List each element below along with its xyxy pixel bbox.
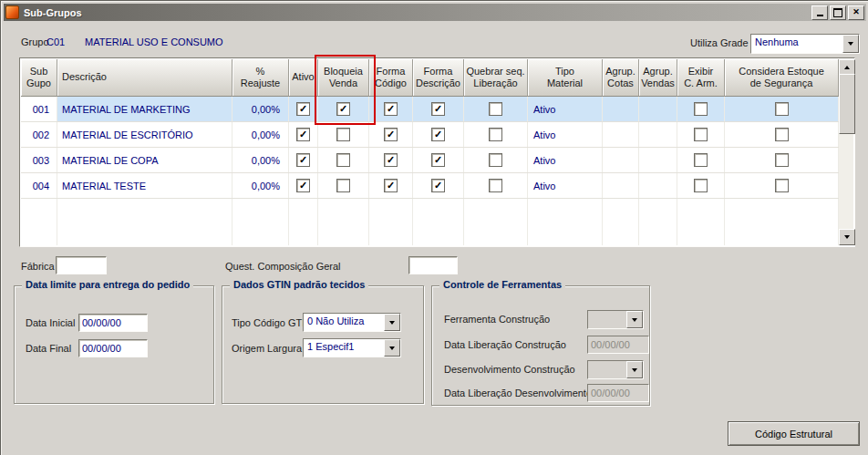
forma-descricao-checkbox[interactable]: ✓ <box>431 128 445 141</box>
cell-agrup-vendas <box>639 173 677 198</box>
data-final-label: Data Final <box>26 343 71 354</box>
origem-largura-select[interactable]: 1 Especif1 <box>303 338 401 357</box>
column-header-sub-grupo[interactable]: Sub Gupo <box>21 59 57 97</box>
cell-forma-codigo: ✓ <box>369 148 413 172</box>
window-controls: ✕ <box>811 5 864 20</box>
cell-forma-codigo: ✓ <box>369 97 413 121</box>
subgrupos-table: Sub Gupo Descrição % Reajuste Ativo Bloq… <box>19 57 855 247</box>
column-header-quebrar-seq[interactable]: Quebrar seq. Liberação <box>464 59 528 97</box>
forma-descricao-checkbox[interactable]: ✓ <box>431 102 445 116</box>
ferramenta-construcao-dropdown-button[interactable] <box>626 311 643 328</box>
codigo-estrutural-label: Código Estrutural <box>755 429 832 439</box>
chevron-down-icon <box>389 346 395 350</box>
forma-codigo-checkbox[interactable]: ✓ <box>384 179 398 192</box>
forma-codigo-checkbox[interactable]: ✓ <box>384 128 398 141</box>
tipo-codigo-gtin-select[interactable]: 0 Não Utiliza <box>303 313 401 332</box>
column-header-tipo-material[interactable]: Tipo Material <box>528 59 603 97</box>
data-final-input[interactable] <box>78 339 148 357</box>
app-icon <box>5 5 19 19</box>
scroll-down-button[interactable] <box>839 229 855 245</box>
forma-codigo-checkbox[interactable]: ✓ <box>384 102 398 116</box>
exibir-c-arm-checkbox[interactable] <box>694 179 708 192</box>
codigo-estrutural-button[interactable]: Código Estrutural <box>728 421 860 446</box>
column-header-exibir-c-arm[interactable]: Exibir C. Arm. <box>677 59 725 97</box>
cell-reajuste: 0,00% <box>232 122 289 147</box>
data-inicial-input[interactable] <box>78 314 148 332</box>
forma-descricao-checkbox[interactable]: ✓ <box>431 179 445 192</box>
quebrar-seq-checkbox[interactable] <box>489 153 502 167</box>
tipo-codigo-gtin-dropdown-button[interactable] <box>384 314 400 331</box>
forma-descricao-checkbox[interactable]: ✓ <box>431 153 445 167</box>
data-limite-groupbox: Data limite para entrega do pedido Data … <box>14 285 214 404</box>
considera-estoque-checkbox[interactable] <box>775 179 789 192</box>
desenvolvimento-construcao-select[interactable] <box>587 360 644 379</box>
cell-considera-estoque <box>725 97 839 121</box>
desenvolvimento-construcao-value <box>588 361 626 378</box>
cell-bloqueia-venda <box>318 148 369 172</box>
considera-estoque-checkbox[interactable] <box>775 102 789 116</box>
quebrar-seq-checkbox[interactable] <box>489 102 502 116</box>
table-row[interactable]: 003 MATERIAL DE COPA 0,00% ✓ ✓ ✓ Ativo <box>21 148 839 173</box>
column-header-descricao[interactable]: Descrição <box>57 59 232 97</box>
chevron-up-icon <box>844 66 850 69</box>
checkmark-icon: ✓ <box>434 181 442 191</box>
cell-ativo: ✓ <box>289 148 318 172</box>
utiliza-grade-select[interactable]: Nenhuma <box>750 34 860 54</box>
minimize-button[interactable] <box>811 5 828 20</box>
scrollbar-thumb[interactable] <box>839 74 855 134</box>
desenvolvimento-construcao-dropdown-button[interactable] <box>626 361 643 378</box>
quest-composicao-input[interactable] <box>408 256 458 274</box>
fabrica-input[interactable] <box>56 256 107 274</box>
forma-codigo-checkbox[interactable]: ✓ <box>384 153 398 167</box>
cell-ativo: ✓ <box>289 97 318 121</box>
table-row[interactable]: 002 MATERIAL DE ESCRITÓRIO 0,00% ✓ ✓ ✓ A… <box>21 122 839 148</box>
considera-estoque-checkbox[interactable] <box>775 128 789 141</box>
bloqueia-venda-checkbox[interactable] <box>336 179 350 192</box>
table-row[interactable]: 001 MATERIAL DE MARKETING 0,00% ✓ ✓ ✓ ✓ … <box>21 97 839 122</box>
column-header-considera-estoque[interactable]: Considera Estoque de Segurança <box>725 59 839 97</box>
cell-exibir-c-arm <box>677 173 725 198</box>
table-row[interactable]: 004 MATERIAL TESTE 0,00% ✓ ✓ ✓ Ativo <box>21 173 839 199</box>
column-header-bloqueia-venda[interactable]: Bloqueia Venda <box>318 59 369 97</box>
close-button[interactable]: ✕ <box>848 5 864 20</box>
ferramenta-construcao-select[interactable] <box>587 310 644 329</box>
bloqueia-venda-checkbox[interactable]: ✓ <box>336 102 350 116</box>
ativo-checkbox[interactable]: ✓ <box>296 179 310 192</box>
exibir-c-arm-checkbox[interactable] <box>694 128 708 141</box>
column-header-agrup-vendas[interactable]: Agrup. Vendas <box>639 59 677 97</box>
data-limite-title: Data limite para entrega do pedido <box>22 279 193 290</box>
ativo-checkbox[interactable]: ✓ <box>296 153 310 167</box>
cell-considera-estoque <box>725 148 839 172</box>
column-header-reajuste[interactable]: % Reajuste <box>232 59 289 97</box>
ferramenta-construcao-value <box>588 311 626 328</box>
utiliza-grade-dropdown-button[interactable] <box>842 35 859 53</box>
cell-exibir-c-arm <box>677 97 725 121</box>
considera-estoque-checkbox[interactable] <box>775 153 789 167</box>
bloqueia-venda-checkbox[interactable] <box>336 128 350 141</box>
maximize-button[interactable] <box>830 5 846 20</box>
quebrar-seq-checkbox[interactable] <box>489 128 502 141</box>
cell-quebrar-seq <box>464 122 528 147</box>
checkmark-icon: ✓ <box>299 155 307 165</box>
column-header-agrup-cotas[interactable]: Agrup. Cotas <box>603 59 639 97</box>
vertical-scrollbar[interactable] <box>839 59 853 245</box>
cell-forma-descricao: ✓ <box>413 173 464 198</box>
column-header-ativo[interactable]: Ativo <box>289 59 318 97</box>
table-inner: Sub Gupo Descrição % Reajuste Ativo Bloq… <box>21 59 839 245</box>
cell-tipo-material: Ativo <box>528 122 603 147</box>
origem-largura-dropdown-button[interactable] <box>384 339 400 357</box>
exibir-c-arm-checkbox[interactable] <box>694 102 708 116</box>
column-header-forma-descricao[interactable]: Forma Descrição <box>413 59 464 97</box>
empty-cell <box>369 199 413 245</box>
ativo-checkbox[interactable]: ✓ <box>296 128 310 141</box>
empty-cell <box>57 199 232 245</box>
gtin-groupbox: Dados GTIN padrão tecidos Tipo Código GT… <box>222 285 424 404</box>
cell-tipo-material: Ativo <box>528 173 603 198</box>
empty-cell <box>725 199 839 245</box>
exibir-c-arm-checkbox[interactable] <box>694 153 708 167</box>
ativo-checkbox[interactable]: ✓ <box>296 102 310 116</box>
quebrar-seq-checkbox[interactable] <box>489 179 502 192</box>
column-header-forma-codigo[interactable]: Forma Código <box>369 59 413 97</box>
chevron-down-icon <box>848 42 853 46</box>
bloqueia-venda-checkbox[interactable] <box>336 153 350 167</box>
